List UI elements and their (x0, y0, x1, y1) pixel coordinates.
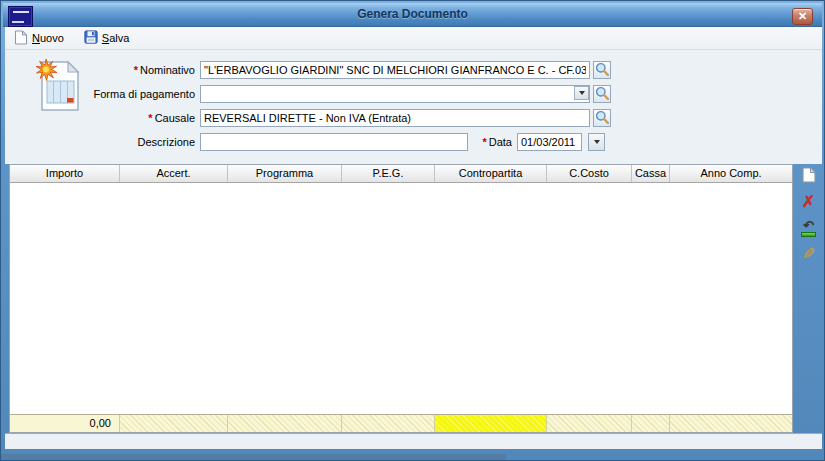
column-header-programma[interactable]: Programma (228, 165, 342, 182)
field-row-forma-pagamento: Forma di pagamento (5, 85, 822, 103)
forma-pagamento-search-button[interactable] (593, 85, 611, 103)
data-dropdown-button[interactable] (588, 133, 605, 151)
grid-body[interactable] (10, 183, 792, 414)
chevron-down-icon (594, 140, 600, 144)
grid-header: Importo Accert. Programma P.E.G. Controp… (10, 165, 792, 183)
required-marker: * (134, 64, 138, 76)
summary-cell-peg (342, 415, 435, 432)
field-row-causale: *Causale (5, 109, 822, 127)
nominativo-label: *Nominativo (5, 61, 195, 79)
nuovo-button[interactable]: Nuovo (11, 29, 67, 48)
new-document-icon (14, 30, 28, 47)
column-header-accert[interactable]: Accert. (120, 165, 228, 182)
toolbar: Nuovo Salva (5, 27, 822, 50)
forma-pagamento-dropdown-button[interactable] (574, 86, 589, 100)
delete-row-button[interactable]: ✗ (798, 191, 820, 213)
row-actions-strip: ✗ ↶ ✎ (795, 165, 822, 265)
close-icon: ✕ (798, 10, 807, 22)
nominativo-search-button[interactable] (593, 61, 611, 79)
search-icon (595, 64, 609, 79)
edit-pencil-icon: ✎ (802, 246, 815, 262)
window-bottom-edge (1, 454, 506, 460)
summary-cell-anno-comp (670, 415, 792, 432)
column-header-contropartita[interactable]: Contropartita (435, 165, 547, 182)
forma-pagamento-combo (200, 85, 590, 103)
chevron-down-icon (579, 91, 585, 95)
undo-icon: ↶ (803, 220, 814, 231)
data-label: *Data (467, 133, 512, 151)
form-panel: *Nominativo Forma di pagamento (5, 50, 822, 164)
search-icon (595, 112, 609, 127)
causale-search-button[interactable] (593, 109, 611, 127)
descrizione-input[interactable] (200, 133, 468, 151)
status-bar (5, 433, 822, 449)
search-icon (595, 88, 609, 103)
summary-importo-total: 0,00 (10, 415, 120, 432)
genera-documento-window: Genera Documento ✕ Nuovo (0, 0, 825, 461)
nominativo-input[interactable] (200, 61, 590, 79)
data-input[interactable] (517, 133, 582, 151)
required-marker: * (482, 136, 486, 148)
salva-button[interactable]: Salva (81, 29, 133, 47)
grid-summary-row: 0,00 (10, 414, 792, 432)
required-marker: * (148, 112, 152, 124)
column-header-ccosto[interactable]: C.Costo (547, 165, 632, 182)
column-header-importo[interactable]: Importo (10, 165, 120, 182)
salva-label: Salva (102, 32, 130, 44)
forma-pagamento-label: Forma di pagamento (5, 85, 195, 103)
forma-pagamento-input[interactable] (200, 85, 590, 103)
descrizione-label: Descrizione (5, 133, 195, 151)
causale-label: *Causale (5, 109, 195, 127)
column-header-cassa[interactable]: Cassa (632, 165, 670, 182)
column-header-anno-comp[interactable]: Anno Comp. (670, 165, 792, 182)
save-icon (84, 30, 98, 46)
add-row-button[interactable] (798, 165, 820, 187)
undo-bar (801, 232, 816, 237)
titlebar: Genera Documento ✕ (3, 3, 822, 27)
field-row-nominativo: *Nominativo (5, 61, 822, 79)
summary-cell-programma (228, 415, 342, 432)
field-row-descrizione-data: Descrizione *Data (5, 133, 822, 151)
new-row-icon (801, 167, 816, 186)
page-title: Genera Documento (3, 7, 822, 21)
summary-cell-contropartita (435, 415, 547, 432)
undo-button[interactable]: ↶ (798, 217, 820, 239)
causale-input[interactable] (200, 109, 590, 127)
nuovo-label: Nuovo (32, 32, 64, 44)
close-button[interactable]: ✕ (792, 8, 813, 25)
summary-cell-accert (120, 415, 228, 432)
column-header-peg[interactable]: P.E.G. (342, 165, 435, 182)
summary-cell-ccosto (547, 415, 632, 432)
righe-documento-grid: Importo Accert. Programma P.E.G. Controp… (9, 164, 793, 433)
edit-row-button[interactable]: ✎ (798, 243, 820, 265)
delete-icon: ✗ (802, 194, 815, 210)
summary-cell-cassa (632, 415, 670, 432)
